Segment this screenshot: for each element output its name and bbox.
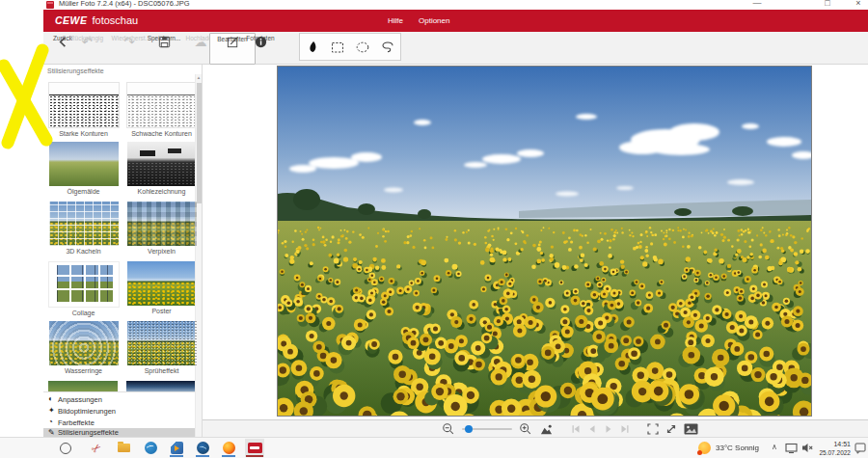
rectangle-selection-icon[interactable] (330, 40, 345, 55)
thunderbird-icon[interactable] (193, 439, 212, 457)
scroll-up-icon[interactable]: ▲ (196, 74, 202, 82)
next-image-icon[interactable] (604, 424, 613, 434)
undo-button[interactable]: ↶ Rückgängig (67, 34, 107, 62)
category-bildoptimierungen[interactable]: ✦ Bildoptimierungen (43, 405, 195, 417)
image-preview-icon[interactable] (684, 423, 698, 435)
media-player-icon[interactable] (167, 439, 186, 457)
category-label: Anpassungen (58, 395, 102, 404)
sidebar-scrollbar[interactable]: ▲ (195, 74, 202, 437)
sparkle-wand-icon: ✦ (48, 405, 58, 417)
effect-thumbnail (49, 142, 119, 186)
weather-text[interactable]: 33°C Sonnig (716, 444, 759, 452)
window-titlebar[interactable]: Müller Foto 7.2.4 (x64) - DSC05076.JPG —… (43, 0, 868, 10)
menu-options[interactable]: Optionen (419, 16, 449, 25)
menu-help[interactable]: Hilfe (388, 16, 403, 25)
app-icon (46, 1, 54, 9)
category-stilisierungseffekte[interactable]: ✎ Stilisierungseffekte (43, 428, 202, 437)
effect-verpixeln[interactable]: Verpixeln (124, 202, 199, 255)
fullscreen-icon[interactable] (665, 423, 677, 435)
brand-logo: CEWEfotoschau (55, 14, 138, 26)
windows-taskbar: ✂ 33°C Sonnig ∧ 14:51 25.07.2022 (0, 437, 868, 458)
effect-poster[interactable]: Poster (124, 261, 199, 314)
effect-label: Ölgemälde (46, 188, 121, 195)
window-title: Müller Foto 7.2.4 (x64) - DSC05076.JPG (59, 0, 189, 8)
effect-thumbnail (126, 82, 198, 128)
undo-arrow-icon: ↶ (77, 35, 96, 49)
effect-oelgemaelde[interactable]: Ölgemälde (46, 142, 121, 195)
last-image-icon[interactable] (620, 424, 630, 434)
weather-temperature: 33°C (716, 444, 733, 452)
category-label: Farbeffekte (58, 418, 95, 427)
file-explorer-icon[interactable] (114, 439, 133, 457)
photo-canvas (203, 65, 868, 419)
effects-sidebar: Stilisierungseffekte Starke Konturen Sch… (43, 65, 203, 437)
effect-label: Kohlezeichnung (124, 188, 199, 195)
previous-image-icon[interactable] (587, 424, 597, 434)
effect-label: Collage (46, 310, 121, 316)
redo-arrow-icon: ↷ (120, 35, 139, 49)
zoom-slider-knob[interactable] (465, 425, 473, 433)
effect-thumbnail (49, 321, 119, 365)
effect-3d-kacheln[interactable]: 3D Kacheln (46, 202, 121, 255)
save-disk-icon (154, 35, 174, 49)
sidebar-header: Stilisierungseffekte (47, 67, 104, 74)
effect-starke-konturen[interactable]: Starke Konturen (46, 82, 121, 137)
save-button[interactable]: Speichern... (141, 34, 187, 62)
effect-thumbnail (127, 142, 197, 186)
crop-icon[interactable] (647, 423, 659, 435)
first-image-icon[interactable] (571, 424, 581, 434)
effect-thumbnail (127, 261, 197, 306)
brand-product: fotoschau (93, 14, 139, 26)
effect-kohlezeichnung[interactable]: Kohlezeichnung (124, 142, 199, 195)
adjustments-icon: ◐ (48, 393, 58, 405)
effect-partial-thumbnail[interactable] (48, 381, 118, 391)
photo-sunflower-field[interactable] (277, 66, 812, 417)
zoom-in-icon[interactable] (519, 422, 532, 436)
speaker-mute-icon[interactable] (801, 443, 814, 453)
photo-info-button[interactable]: Fotodaten (240, 34, 281, 62)
effect-label: Sprüheffekt (124, 367, 199, 374)
zoom-slider[interactable] (462, 421, 512, 437)
upload-cloud-icon: ☁ (191, 35, 210, 49)
cortana-icon[interactable] (56, 439, 75, 457)
snipping-tool-icon[interactable]: ✂ (87, 439, 106, 457)
ellipse-selection-icon[interactable] (355, 40, 370, 55)
freehand-mask-icon[interactable] (305, 40, 320, 55)
close-button[interactable]: × (850, 0, 867, 10)
effect-label: Verpixeln (124, 248, 199, 255)
toolbar: Zurück ↶ Rückgängig ↷ Wiederherst. Speic… (43, 32, 868, 65)
minimize-button[interactable]: — (748, 0, 766, 10)
effect-wasserringe[interactable]: Wasserringe (46, 321, 121, 374)
effect-schwache-konturen[interactable]: Schwache Konturen (124, 82, 199, 137)
cewe-foto-icon[interactable] (245, 439, 264, 457)
clock-date: 25.07.2022 (816, 449, 851, 457)
effect-collage[interactable]: Collage (46, 261, 121, 316)
firefox-icon[interactable] (219, 439, 238, 457)
brand-cewe: CEWE (55, 14, 88, 26)
display-tray-icon[interactable] (785, 443, 798, 454)
clock-time: 14:51 (816, 441, 851, 449)
weather-condition: Sonnig (735, 444, 759, 452)
edit-pencil-icon (223, 35, 242, 49)
taskbar-clock[interactable]: 14:51 25.07.2022 (816, 441, 851, 457)
maximize-button[interactable]: □ (819, 0, 836, 10)
effect-thumbnail (127, 321, 197, 365)
divider (43, 391, 202, 392)
zoom-out-icon[interactable] (442, 422, 455, 436)
desktop: Müller Foto 7.2.4 (x64) - DSC05076.JPG —… (0, 0, 868, 458)
action-center-icon[interactable] (854, 443, 866, 454)
effect-sprueheffekt[interactable]: Sprüheffekt (124, 321, 199, 374)
fit-to-window-icon[interactable] (539, 423, 554, 436)
effect-partial-thumbnail[interactable] (126, 381, 196, 391)
blue-wave-app-icon[interactable] (141, 439, 160, 457)
effect-label: Schwache Konturen (124, 130, 199, 137)
effect-thumbnail (127, 202, 197, 246)
category-label: Bildoptimierungen (58, 407, 116, 416)
category-farbeffekte[interactable]: ◔ Farbeffekte (43, 417, 195, 428)
weather-sun-icon[interactable] (698, 442, 711, 454)
tray-expand-icon[interactable]: ∧ (772, 443, 777, 451)
category-anpassungen[interactable]: ◐ Anpassungen (43, 393, 195, 405)
scrollbar-thumb[interactable] (197, 83, 202, 203)
lasso-selection-icon[interactable] (380, 40, 395, 55)
effect-label: Wasserringe (46, 367, 121, 374)
